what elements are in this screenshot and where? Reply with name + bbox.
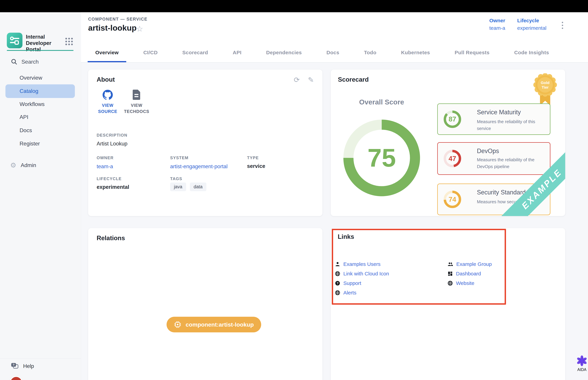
- favorite-star-icon[interactable]: ☆: [136, 24, 143, 33]
- sliders-logo-icon: [9, 35, 20, 46]
- links-right-column: Example Group Dashboard Website: [447, 261, 492, 287]
- system-field-value[interactable]: artist-engagement-portal: [170, 163, 228, 170]
- link-example-group[interactable]: Example Group: [447, 261, 492, 268]
- score-value: 47: [443, 149, 462, 168]
- owner-value[interactable]: team-a: [489, 25, 505, 31]
- link-examples-users[interactable]: Examples Users: [335, 261, 389, 268]
- help-button[interactable]: ? Help: [11, 362, 34, 370]
- score-title: DevOps: [477, 148, 499, 155]
- sidebar-divider: [0, 359, 81, 359]
- tab-kubernetes[interactable]: Kubernetes: [393, 44, 437, 62]
- link-label: Examples Users: [343, 261, 380, 267]
- link-label: Alerts: [343, 290, 357, 296]
- about-card: About ⟳ ✎ VIEW SOURCE VIEW TECHDOCS DESC…: [88, 70, 322, 216]
- tags-list: java data: [170, 183, 209, 191]
- tag-chip[interactable]: data: [190, 183, 206, 191]
- lifecycle-value: experimental: [517, 25, 547, 31]
- scorecard-card: Scorecard Gold Tier Overall Score 75: [331, 70, 565, 216]
- svg-text:?: ?: [13, 363, 15, 367]
- about-card-actions: ⟳ ✎: [294, 76, 314, 84]
- view-source-button[interactable]: VIEW SOURCE: [93, 90, 122, 114]
- link-label: Example Group: [456, 261, 492, 267]
- tag-chip[interactable]: java: [170, 183, 186, 191]
- globe-icon: [447, 281, 453, 286]
- link-support[interactable]: ? Support: [335, 280, 389, 287]
- score-item-devops[interactable]: 47 DevOps Measures the reliability of th…: [437, 142, 550, 175]
- relations-heading: Relations: [97, 235, 125, 242]
- gold-tier-badge: Gold Tier: [532, 73, 558, 107]
- sidebar-accent-rule: [7, 50, 74, 51]
- search-icon: [11, 58, 17, 65]
- apps-grid-icon[interactable]: [65, 38, 73, 45]
- aida-flower-icon: [576, 355, 588, 366]
- sidebar-item-label: Register: [19, 140, 40, 147]
- score-title: Service Maturity: [477, 109, 521, 116]
- relations-card: Relations component:artist-lookup: [88, 228, 322, 380]
- chip-icon: [174, 321, 181, 328]
- top-black-bar: [0, 0, 588, 12]
- view-techdocs-button[interactable]: VIEW TECHDOCS: [122, 90, 151, 114]
- sidebar-item-register[interactable]: Register: [0, 137, 81, 150]
- sidebar-item-workflows[interactable]: Workflows: [0, 97, 81, 111]
- links-left-column: Examples Users Link with Cloud Icon ? Su…: [335, 261, 389, 296]
- tab-dependencies[interactable]: Dependencies: [258, 44, 309, 62]
- help-label: Help: [23, 363, 34, 369]
- techdocs-file-icon: [132, 90, 141, 100]
- owner-field-label: OWNER: [97, 155, 114, 160]
- tab-code-insights[interactable]: Code Insights: [507, 44, 557, 62]
- about-heading: About: [97, 76, 115, 83]
- view-techdocs-label: VIEW TECHDOCS: [122, 102, 151, 114]
- owner-field-value[interactable]: team-a: [97, 163, 113, 170]
- link-website[interactable]: Website: [447, 280, 492, 287]
- globe-icon: [335, 271, 340, 276]
- score-ring: 87: [443, 110, 462, 128]
- overall-score-value: 75: [343, 119, 420, 197]
- sidebar-search[interactable]: Search: [11, 58, 39, 65]
- type-field-value: service: [247, 163, 265, 169]
- sidebar-item-docs[interactable]: Docs: [0, 124, 81, 137]
- link-with-cloud-icon[interactable]: Link with Cloud Icon: [335, 270, 389, 277]
- link-dashboard[interactable]: Dashboard: [447, 270, 492, 277]
- refresh-icon[interactable]: ⟳: [294, 76, 300, 84]
- entity-tabs: Overview CI/CD Scorecard API Dependencie…: [88, 44, 557, 62]
- score-title: Security Standards: [477, 189, 529, 196]
- score-ring: 47: [443, 149, 462, 168]
- sidebar-item-catalog[interactable]: Catalog: [0, 84, 81, 98]
- lifecycle-field-label: LIFECYCLE: [97, 176, 122, 181]
- admin-label: Admin: [21, 162, 36, 168]
- gear-icon: ⚙: [10, 161, 16, 169]
- edit-pencil-icon[interactable]: ✎: [308, 76, 314, 84]
- links-heading: Links: [338, 233, 354, 240]
- kebab-menu-icon[interactable]: [560, 20, 565, 31]
- sidebar: Internal Developer Portal Search Overvie…: [0, 12, 81, 380]
- score-item-service-maturity[interactable]: 87 Service Maturity Measures the reliabi…: [437, 103, 550, 135]
- view-source-label: VIEW SOURCE: [93, 102, 122, 114]
- tab-docs[interactable]: Docs: [319, 44, 347, 62]
- app-logo[interactable]: [7, 33, 22, 48]
- description-value: Artist Lookup: [97, 141, 127, 147]
- relation-chip-label: component:artist-lookup: [186, 321, 254, 328]
- sidebar-item-admin[interactable]: ⚙ Admin: [10, 161, 36, 169]
- link-alerts[interactable]: Alerts: [335, 289, 389, 296]
- tab-todo[interactable]: Todo: [356, 44, 384, 62]
- sidebar-item-api[interactable]: API: [0, 110, 81, 124]
- sidebar-item-label: Workflows: [19, 101, 45, 107]
- user-menu[interactable]: DP Debabrata Panigrahi: [10, 376, 78, 380]
- tab-overview[interactable]: Overview: [88, 44, 126, 62]
- aida-assistant-button[interactable]: AIDA: [575, 355, 588, 372]
- tab-pull-requests[interactable]: Pull Requests: [447, 44, 497, 62]
- sidebar-item-label: Docs: [19, 127, 32, 133]
- search-label: Search: [21, 59, 39, 65]
- relation-node-chip[interactable]: component:artist-lookup: [167, 317, 261, 332]
- tab-scorecard[interactable]: Scorecard: [175, 44, 216, 62]
- tab-api[interactable]: API: [225, 44, 249, 62]
- sidebar-item-overview[interactable]: Overview: [0, 71, 81, 84]
- link-label: Dashboard: [456, 271, 481, 277]
- links-card: Links: [331, 228, 565, 380]
- tab-cicd[interactable]: CI/CD: [136, 44, 165, 62]
- owner-meta: Owner team-a: [489, 18, 505, 31]
- globe-icon: [335, 290, 340, 295]
- overall-score-label: Overall Score: [348, 98, 416, 106]
- lifecycle-label: Lifecycle: [517, 18, 547, 23]
- owner-label: Owner: [489, 18, 505, 23]
